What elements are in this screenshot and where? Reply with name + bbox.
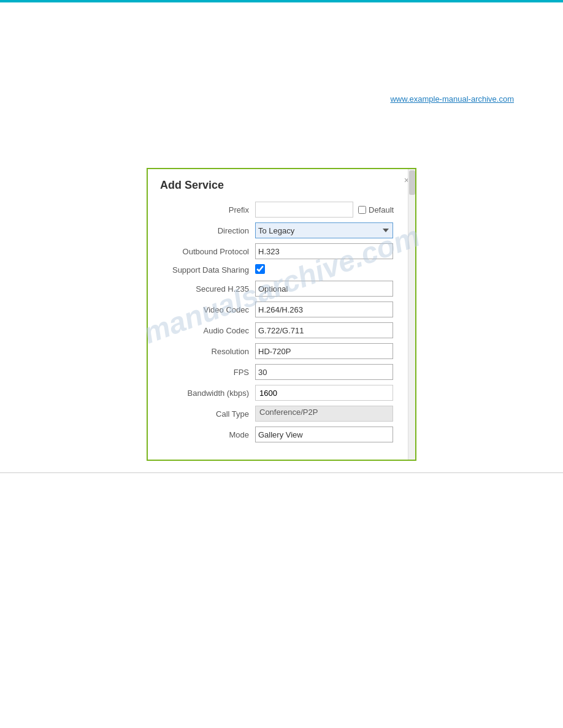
video-codec-control: H.264/H.263 H.264 H.263: [255, 301, 393, 317]
prefix-row: Prefix Default: [160, 202, 403, 218]
call-type-row: Call Type Conference/P2P: [160, 406, 403, 422]
call-type-label: Call Type: [160, 409, 255, 419]
prefix-input[interactable]: [255, 202, 353, 218]
fps-select[interactable]: 30 15 10: [255, 364, 393, 380]
top-link[interactable]: www.example-manual-archive.com: [390, 94, 514, 104]
secured-h235-control: Optional Required Off: [255, 281, 393, 297]
video-codec-row: Video Codec H.264/H.263 H.264 H.263: [160, 301, 403, 317]
default-checkbox[interactable]: [358, 206, 366, 214]
add-service-modal: Add Service × Prefix Default Direction: [147, 168, 416, 461]
bandwidth-control: [255, 385, 393, 401]
modal-scrollbar[interactable]: [408, 169, 415, 460]
audio-codec-control: G.722/G.711 G.722 G.711: [255, 322, 393, 338]
page-content: www.example-manual-archive.com Add Servi…: [0, 2, 563, 485]
bottom-line: [0, 472, 563, 473]
scrollbar-thumb: [409, 170, 415, 195]
mode-select[interactable]: Gallery View Speaker View: [255, 427, 393, 442]
secured-h235-row: Secured H.235 Optional Required Off: [160, 281, 403, 297]
call-type-value: Conference/P2P: [255, 406, 393, 422]
direction-select[interactable]: To Legacy From Legacy Both: [255, 222, 393, 238]
mode-label: Mode: [160, 430, 255, 439]
default-label: Default: [358, 205, 394, 214]
modal-title: Add Service: [160, 179, 403, 192]
outbound-protocol-row: Outbound Protocol H.323 SIP: [160, 243, 403, 259]
outbound-protocol-control: H.323 SIP: [255, 243, 393, 259]
secured-h235-label: Secured H.235: [160, 284, 255, 294]
secured-h235-select[interactable]: Optional Required Off: [255, 281, 393, 297]
bandwidth-input[interactable]: [255, 385, 393, 401]
mode-row: Mode Gallery View Speaker View: [160, 427, 403, 442]
direction-control: To Legacy From Legacy Both: [255, 222, 393, 238]
outbound-protocol-select[interactable]: H.323 SIP: [255, 243, 393, 259]
fps-row: FPS 30 15 10: [160, 364, 403, 380]
video-codec-select[interactable]: H.264/H.263 H.264 H.263: [255, 301, 393, 317]
resolution-select[interactable]: HD-720P SD HD-1080P: [255, 343, 393, 359]
direction-row: Direction To Legacy From Legacy Both: [160, 222, 403, 238]
call-type-control: Conference/P2P: [255, 406, 393, 422]
resolution-row: Resolution HD-720P SD HD-1080P: [160, 343, 403, 359]
bandwidth-row: Bandwidth (kbps): [160, 385, 403, 401]
direction-label: Direction: [160, 226, 255, 235]
support-data-sharing-control: [255, 264, 393, 276]
support-data-sharing-row: Support Data Sharing: [160, 264, 403, 276]
bandwidth-label: Bandwidth (kbps): [160, 389, 255, 398]
support-data-sharing-checkbox[interactable]: [255, 264, 265, 274]
modal-wrapper: Add Service × Prefix Default Direction: [37, 168, 526, 461]
prefix-label: Prefix: [160, 205, 255, 214]
mode-control: Gallery View Speaker View: [255, 427, 393, 442]
audio-codec-select[interactable]: G.722/G.711 G.722 G.711: [255, 322, 393, 338]
support-data-sharing-label: Support Data Sharing: [160, 265, 255, 275]
resolution-label: Resolution: [160, 347, 255, 356]
video-codec-label: Video Codec: [160, 305, 255, 314]
audio-codec-label: Audio Codec: [160, 326, 255, 335]
resolution-control: HD-720P SD HD-1080P: [255, 343, 393, 359]
prefix-control: Default: [255, 202, 394, 218]
outbound-protocol-label: Outbound Protocol: [160, 247, 255, 256]
audio-codec-row: Audio Codec G.722/G.711 G.722 G.711: [160, 322, 403, 338]
fps-control: 30 15 10: [255, 364, 393, 380]
fps-label: FPS: [160, 368, 255, 377]
